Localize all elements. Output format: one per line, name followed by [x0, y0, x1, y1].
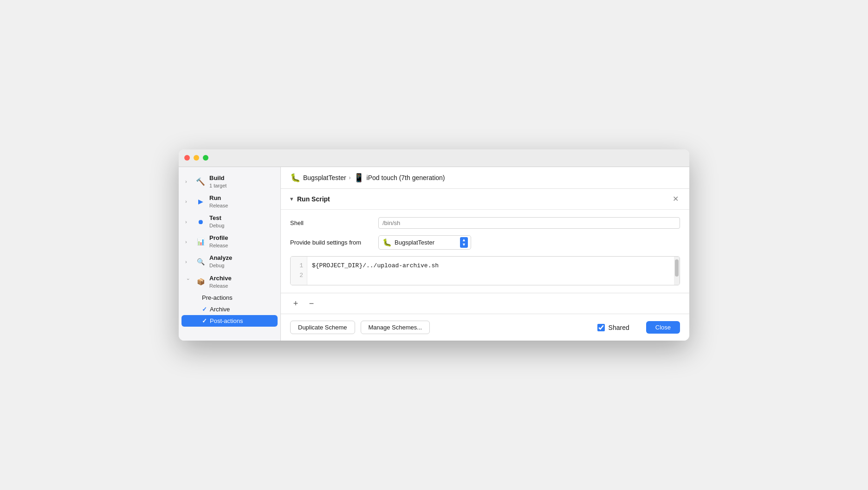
- run-script-body: Shell Provide build settings from 🐛 Bugs…: [281, 210, 689, 293]
- shared-section: Shared: [597, 324, 629, 331]
- panel-area: ▾ Run Script ✕ Shell Provide bui: [281, 189, 689, 293]
- run-text: Run Release: [209, 194, 228, 209]
- shell-label: Shell: [290, 219, 374, 226]
- shared-label: Shared: [609, 324, 629, 331]
- archive-subitem-label: Archive: [210, 306, 230, 313]
- run-title: Run: [209, 194, 228, 202]
- titlebar: [179, 149, 689, 167]
- expand-arrow-analyze: ›: [185, 259, 192, 264]
- code-scrollbar[interactable]: [674, 257, 680, 285]
- sidebar-item-archive[interactable]: › 📦 Archive Release: [179, 272, 280, 292]
- test-text: Test Debug: [209, 214, 224, 229]
- build-settings-dropdown[interactable]: 🐛 BugsplatTester ▲ ▼: [378, 235, 471, 250]
- code-scrollbar-thumb: [675, 259, 679, 277]
- bottom-toolbar: + −: [281, 293, 689, 314]
- sidebar-item-test[interactable]: › ⏺ Test Debug: [179, 212, 280, 232]
- code-editor[interactable]: 1 2 ${PROJECT_DIR}/../upload-archive.sh: [290, 256, 680, 286]
- manage-schemes-button[interactable]: Manage Schemes...: [361, 321, 430, 334]
- line-number-1: 1: [294, 261, 303, 271]
- archive-text: Archive Release: [209, 275, 232, 289]
- run-subtitle: Release: [209, 202, 228, 209]
- sidebar-item-build[interactable]: › 🔨 Build 1 target: [179, 172, 280, 192]
- run-script-close-button[interactable]: ✕: [671, 194, 680, 204]
- dropdown-down-arrow: ▼: [462, 243, 466, 247]
- analyze-icon: 🔍: [195, 257, 206, 267]
- collapse-button[interactable]: ▾: [290, 195, 293, 202]
- maximize-traffic-light[interactable]: [203, 155, 208, 161]
- line-number-2: 2: [294, 271, 303, 281]
- test-title: Test: [209, 214, 224, 222]
- dropdown-arrows: ▲ ▼: [460, 237, 468, 248]
- profile-icon: 📊: [195, 237, 206, 247]
- footer-right: Close: [646, 321, 680, 334]
- remove-script-button[interactable]: −: [306, 298, 317, 309]
- minimize-traffic-light[interactable]: [194, 155, 199, 161]
- archive-icon: 📦: [195, 277, 206, 287]
- close-traffic-light[interactable]: [184, 155, 190, 161]
- sidebar-subitem-pre-actions[interactable]: Pre-actions: [179, 292, 280, 303]
- build-title: Build: [209, 174, 227, 182]
- code-line-numbers: 1 2: [291, 257, 307, 285]
- build-icon: 🔨: [195, 176, 206, 187]
- run-script-panel: ▾ Run Script ✕ Shell Provide bui: [281, 189, 689, 293]
- build-text: Build 1 target: [209, 174, 227, 189]
- expand-arrow-profile: ›: [185, 239, 192, 245]
- profile-text: Profile Release: [209, 234, 228, 249]
- expand-arrow-run: ›: [185, 199, 192, 204]
- test-subtitle: Debug: [209, 222, 224, 229]
- shared-checkbox[interactable]: [597, 324, 605, 331]
- breadcrumb: 🐛 BugsplatTester › 📱 iPod touch (7th gen…: [281, 167, 689, 189]
- pre-actions-label: Pre-actions: [202, 294, 233, 301]
- post-actions-label: Post-actions: [210, 317, 243, 324]
- dropdown-project-icon: 🐛: [382, 238, 392, 247]
- window-body: › 🔨 Build 1 target › ▶ Run Release › ⏺: [179, 167, 689, 341]
- analyze-subtitle: Debug: [209, 262, 232, 269]
- project-name: BugsplatTester: [303, 174, 346, 181]
- expand-arrow-archive: ›: [186, 278, 191, 285]
- provide-build-label: Provide build settings from: [290, 239, 374, 246]
- build-subtitle: 1 target: [209, 182, 227, 189]
- run-icon: ▶: [195, 196, 206, 206]
- scheme-editor-window: › 🔨 Build 1 target › ▶ Run Release › ⏺: [179, 149, 689, 341]
- sidebar-subitem-post-actions[interactable]: ✓ Post-actions: [181, 315, 278, 327]
- code-content[interactable]: ${PROJECT_DIR}/../upload-archive.sh: [307, 257, 674, 285]
- dropdown-value: BugsplatTester: [395, 239, 457, 246]
- breadcrumb-chevron: ›: [349, 174, 351, 181]
- archive-title: Archive: [209, 275, 232, 283]
- archive-subtitle: Release: [209, 283, 232, 289]
- shell-row: Shell: [290, 217, 680, 229]
- project-icon: 🐛: [290, 173, 300, 183]
- test-icon: ⏺: [195, 217, 206, 227]
- sidebar-subitem-archive[interactable]: ✓ Archive: [179, 303, 280, 315]
- analyze-text: Analyze Debug: [209, 254, 232, 269]
- sidebar-item-analyze[interactable]: › 🔍 Analyze Debug: [179, 251, 280, 271]
- footer: Duplicate Scheme Manage Schemes... Share…: [281, 314, 689, 341]
- expand-arrow-build: ›: [185, 179, 192, 184]
- archive-checkmark: ✓: [202, 306, 207, 313]
- footer-left: Duplicate Scheme Manage Schemes...: [290, 321, 430, 334]
- sidebar-item-run[interactable]: › ▶ Run Release: [179, 192, 280, 212]
- main-content: 🐛 BugsplatTester › 📱 iPod touch (7th gen…: [281, 167, 689, 341]
- profile-subtitle: Release: [209, 242, 228, 249]
- add-script-button[interactable]: +: [290, 298, 301, 309]
- sidebar: › 🔨 Build 1 target › ▶ Run Release › ⏺: [179, 167, 281, 341]
- profile-title: Profile: [209, 234, 228, 242]
- expand-arrow-test: ›: [185, 219, 192, 225]
- provide-build-row: Provide build settings from 🐛 BugsplatTe…: [290, 235, 680, 250]
- run-script-header: ▾ Run Script ✕: [281, 189, 689, 210]
- close-button[interactable]: Close: [646, 321, 680, 334]
- shell-input[interactable]: [378, 217, 680, 229]
- analyze-title: Analyze: [209, 254, 232, 262]
- device-icon: 📱: [354, 173, 364, 183]
- post-actions-checkmark: ✓: [202, 317, 207, 324]
- device-name: iPod touch (7th generation): [367, 174, 445, 181]
- sidebar-item-profile[interactable]: › 📊 Profile Release: [179, 232, 280, 251]
- duplicate-scheme-button[interactable]: Duplicate Scheme: [290, 321, 355, 334]
- run-script-title: Run Script: [297, 195, 667, 203]
- dropdown-up-arrow: ▲: [462, 238, 466, 242]
